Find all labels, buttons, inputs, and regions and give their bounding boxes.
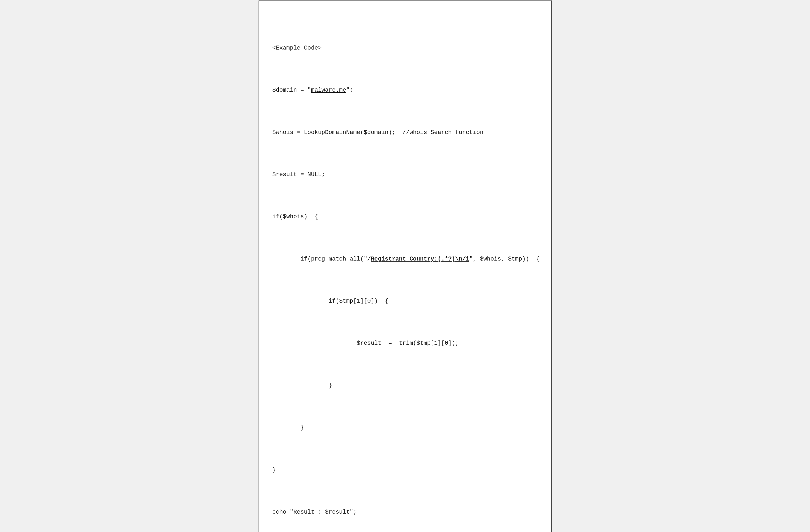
line-echo: echo "Result : $result";	[272, 507, 538, 518]
code-container: <Example Code> $domain = "malware.me"; $…	[259, 0, 552, 532]
line-close-inner: }	[272, 380, 538, 391]
preg-prefix: if(preg_match_all("/	[272, 256, 371, 262]
domain-prefix: $domain = "	[272, 87, 311, 94]
line-close-if: }	[272, 465, 538, 476]
example-header: <Example Code>	[272, 43, 538, 53]
line-result-trim: $result = trim($tmp[1][0]);	[272, 338, 538, 349]
preg-pattern: Registrant Country:(.*?)\n/i	[371, 256, 469, 262]
domain-suffix: ";	[346, 87, 353, 94]
code-block: <Example Code> $domain = "malware.me"; $…	[272, 11, 538, 532]
preg-suffix: ", $whois, $tmp)) {	[469, 256, 540, 262]
line-close-preg: }	[272, 422, 538, 433]
line-result-null: $result = NULL;	[272, 169, 538, 180]
domain-value: malware.me	[311, 87, 346, 94]
line-preg-match: if(preg_match_all("/Registrant Country:(…	[272, 254, 538, 265]
line-if-tmp: if($tmp[1][0]) {	[272, 296, 538, 306]
line-if-whois: if($whois) {	[272, 212, 538, 222]
line-whois: $whois = LookupDomainName($domain); //wh…	[272, 127, 538, 138]
line-domain: $domain = "malware.me";	[272, 85, 538, 96]
